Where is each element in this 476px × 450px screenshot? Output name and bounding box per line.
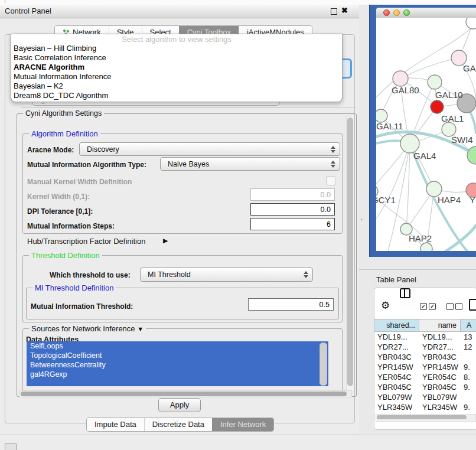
- scrollbar-thumb[interactable]: [21, 392, 347, 396]
- table-row[interactable]: YDR27...YDR27...12: [374, 342, 476, 352]
- close-icon[interactable]: ✖: [341, 6, 348, 15]
- cell: YPR145W: [419, 362, 461, 372]
- stepper-arrows-icon: [331, 145, 336, 154]
- file-icon[interactable]: [469, 299, 476, 311]
- cell: YER054C: [374, 372, 419, 382]
- tab-impute-data[interactable]: Impute Data: [87, 418, 144, 431]
- which-threshold-label: Which threshold to use:: [50, 271, 131, 279]
- tab-infer-network[interactable]: Infer Network: [212, 418, 273, 431]
- attribute-item[interactable]: TopologicalCoefficient: [27, 351, 328, 360]
- node-gal11[interactable]: [376, 109, 387, 122]
- cell: YBR045C: [419, 382, 461, 392]
- sources-group-title: Sources for Network Inference ▼: [29, 324, 146, 333]
- kernel-width-field[interactable]: 0.0: [250, 188, 335, 201]
- settings-horizontal-scrollbar[interactable]: [19, 390, 352, 397]
- table-row[interactable]: YBR045CYBR045C9.: [374, 382, 476, 392]
- column-header-name[interactable]: name: [419, 319, 461, 331]
- node-gal80[interactable]: [393, 71, 408, 86]
- cell: YIL052C: [419, 412, 461, 413]
- node-gal10[interactable]: [428, 75, 442, 89]
- minimize-traffic-light-icon[interactable]: [393, 9, 400, 16]
- cyni-algorithm-settings-title: Cyni Algorithm Settings: [23, 109, 104, 118]
- column-header-shared-name[interactable]: shared...: [374, 319, 419, 331]
- cell: [461, 392, 476, 402]
- node-label: GAL80: [392, 85, 419, 95]
- columns-icon-divider: [404, 289, 405, 297]
- mi-steps-field[interactable]: 6: [250, 218, 335, 230]
- tab-discretize-data-label: Discretize Data: [152, 418, 204, 431]
- table-row[interactable]: YIL052CYIL052C0.: [374, 412, 476, 413]
- control-panel-title: Control Panel: [5, 6, 51, 15]
- dpi-tolerance-field[interactable]: 0.0: [250, 203, 335, 216]
- data-attributes-list: SelfLoops TopologicalCoefficient Between…: [27, 341, 328, 386]
- column-header-partial[interactable]: A: [461, 319, 476, 331]
- network-window-titlebar[interactable]: [376, 8, 476, 18]
- unchecked-box-icon[interactable]: [455, 303, 462, 310]
- cell: 8.: [461, 372, 476, 382]
- dpi-tolerance-label: DPI Tolerance [0,1]:: [27, 207, 93, 216]
- algorithm-option[interactable]: Dream8 DC_TDC Algorithm: [11, 91, 342, 100]
- hub-section-label[interactable]: Hub/Transcription Factor Definition: [27, 237, 145, 246]
- collapse-down-icon[interactable]: ▼: [137, 325, 144, 332]
- manual-kernel-checkbox[interactable]: [326, 176, 335, 185]
- algorithm-option[interactable]: Bayesian – Hill Climbing: [11, 44, 342, 53]
- control-panel: Control Panel ✖ Network Style Select Cyn…: [0, 5, 360, 434]
- apply-button[interactable]: Apply: [158, 398, 201, 412]
- mi-threshold-field[interactable]: 0.5: [248, 298, 334, 311]
- partial-button[interactable]: [5, 444, 17, 450]
- expand-right-icon[interactable]: ▶: [163, 237, 168, 244]
- table-panel-divider: [359, 269, 476, 270]
- checked-box-icon[interactable]: ✓: [429, 303, 436, 310]
- attribute-item[interactable]: BetweennessCentrality: [27, 360, 328, 370]
- network-view[interactable]: GAL GAL80 GAL10 GAL1 GAL11 SWI4 GAL4 GCY…: [376, 18, 476, 251]
- scrollbar-thumb[interactable]: [347, 118, 353, 386]
- splitter-handle[interactable]: ▪: [361, 217, 363, 221]
- zoom-traffic-light-icon[interactable]: [403, 9, 410, 16]
- algorithm-option[interactable]: Bayesian – K2: [11, 81, 342, 91]
- aracne-mode-combo[interactable]: Discovery: [79, 142, 340, 156]
- cell: 0.: [461, 412, 476, 413]
- table-row[interactable]: YBR043CYBR043C: [374, 352, 476, 362]
- node-bottom[interactable]: [420, 243, 432, 251]
- node-label: GAL11: [376, 121, 403, 131]
- node-label: GAL4: [413, 151, 436, 161]
- node-label: HAP2: [409, 233, 432, 243]
- node-unlabeled[interactable]: [466, 18, 476, 29]
- algorithm-option-selected[interactable]: ARACNE Algorithm: [11, 63, 342, 72]
- cell: YER054C: [419, 372, 461, 382]
- table-row[interactable]: YLR345WYLR345W9.: [374, 402, 476, 412]
- cell: YLR345W: [374, 402, 419, 412]
- algorithm-option[interactable]: Mutual Information Inference: [11, 72, 342, 81]
- cell: YDL19...: [374, 332, 419, 342]
- columns-icon[interactable]: [400, 288, 410, 298]
- attribute-list-scrollbar[interactable]: [319, 343, 327, 386]
- cell: YBR045C: [374, 382, 419, 392]
- top-tick: [5, 0, 5, 4]
- cell: [461, 352, 476, 362]
- table-row[interactable]: YDL19...YDL19...13: [374, 332, 476, 342]
- attribute-item[interactable]: SelfLoops: [27, 341, 328, 351]
- which-threshold-combo[interactable]: MI Threshold: [140, 268, 313, 282]
- node-gal1[interactable]: [431, 100, 444, 113]
- settings-vertical-scrollbar[interactable]: [346, 116, 354, 392]
- unchecked-box-icon[interactable]: [446, 303, 454, 310]
- attribute-item[interactable]: gal4RGexp: [27, 370, 328, 379]
- tab-discretize-data[interactable]: Discretize Data: [144, 418, 212, 431]
- float-window-icon[interactable]: [331, 8, 337, 15]
- table-horizontal-scrollbar[interactable]: [376, 414, 476, 422]
- aracne-mode-value: Discovery: [87, 145, 119, 154]
- algorithm-option[interactable]: Basic Correlation Inference: [11, 53, 342, 63]
- table-row[interactable]: YER054CYER054C8.: [374, 372, 476, 382]
- hidden-groupbox-edge: [354, 38, 355, 110]
- gear-icon[interactable]: ⚙: [381, 299, 390, 311]
- table-row[interactable]: YBL079WYBL079W: [374, 392, 476, 402]
- table-row[interactable]: YPR145WYPR145W9.: [374, 362, 476, 372]
- scrollbar-thumb[interactable]: [377, 415, 467, 419]
- mi-type-combo[interactable]: Naive Bayes: [160, 157, 340, 171]
- bottom-strip: [0, 435, 476, 450]
- checked-box-icon[interactable]: ✓: [420, 303, 427, 310]
- close-traffic-light-icon[interactable]: [383, 9, 390, 16]
- cell: YDL19...: [419, 332, 461, 342]
- table-header-row: shared... name A: [374, 319, 476, 332]
- cell: YPR145W: [374, 362, 419, 372]
